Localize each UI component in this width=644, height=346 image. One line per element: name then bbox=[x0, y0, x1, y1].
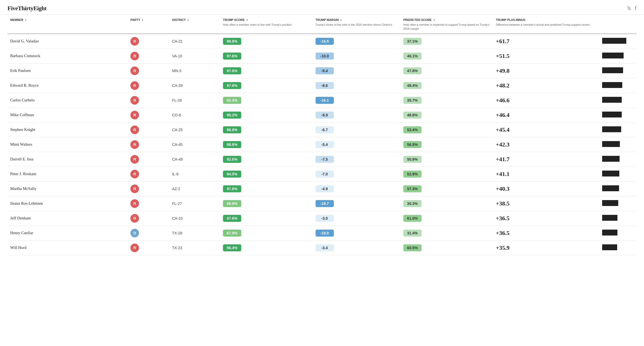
col-trump-score-sort: ⇕ bbox=[246, 19, 248, 21]
party-badge: R bbox=[130, 67, 139, 75]
table-header-row: MEMBER ⇕ PARTY ⇕ DISTRICT ⇕ TRUMP SCORE … bbox=[8, 15, 636, 34]
bar-cell bbox=[599, 93, 636, 108]
predicted-score-pill: 60.5% bbox=[403, 244, 422, 251]
predicted-score-cell: 61.0% bbox=[401, 211, 493, 226]
col-trump-score-label: TRUMP SCORE bbox=[223, 18, 245, 21]
trump-score-pill: 96.4% bbox=[223, 244, 241, 251]
district-cell: FL-27 bbox=[169, 196, 220, 211]
bar-cell bbox=[599, 240, 636, 255]
party-cell: R bbox=[128, 108, 169, 122]
district-cell: CO-6 bbox=[169, 108, 220, 122]
party-badge: R bbox=[130, 140, 139, 149]
predicted-score-pill: 47.8% bbox=[403, 67, 422, 74]
trump-score-cell: 97.6% bbox=[220, 211, 313, 226]
district-cell: IL-6 bbox=[169, 167, 220, 181]
predicted-score-pill: 46.1% bbox=[403, 53, 422, 60]
col-header-trump-score[interactable]: TRUMP SCORE ⇕ How often a member votes i… bbox=[220, 15, 313, 34]
trump-margin-cell: -7.5 bbox=[313, 152, 401, 167]
trump-score-pill: 67.9% bbox=[223, 230, 241, 237]
col-header-predicted-score[interactable]: PREDICTED SCORE ⇕ How often a member is … bbox=[401, 15, 493, 34]
party-badge: D bbox=[130, 229, 139, 237]
district-cell: VA-10 bbox=[169, 49, 220, 63]
party-badge: R bbox=[130, 199, 139, 208]
trump-plus-minus-cell: +51.5 bbox=[493, 49, 599, 63]
member-name: Peter J. Roskam bbox=[8, 167, 128, 181]
col-member-label: MEMBER bbox=[10, 18, 23, 21]
bar-rect bbox=[602, 244, 617, 250]
predicted-score-cell: 48.8% bbox=[401, 108, 493, 122]
trump-plus-minus-cell: +42.3 bbox=[493, 137, 599, 152]
bar-rect bbox=[602, 126, 621, 132]
trump-plus-minus-value: +51.5 bbox=[496, 53, 510, 59]
trump-margin-cell: -8.9 bbox=[313, 108, 401, 122]
trump-plus-minus-value: +49.8 bbox=[496, 67, 510, 74]
col-header-trump-margin[interactable]: TRUMP MARGIN ⇕ Trump's share of the vote… bbox=[313, 15, 401, 34]
bar-cell bbox=[599, 211, 636, 226]
trump-plus-minus-cell: +49.8 bbox=[493, 63, 599, 78]
member-name: Henry Cuellar bbox=[8, 226, 128, 240]
trump-margin-pill: -19.7 bbox=[316, 200, 334, 207]
trump-plus-minus-value: +48.2 bbox=[496, 82, 510, 89]
trump-margin-pill: -7.0 bbox=[316, 171, 334, 178]
party-cell: R bbox=[128, 78, 169, 93]
trump-score-cell: 98.8% bbox=[220, 34, 313, 49]
col-trump-pm-sort: ↑ bbox=[527, 19, 528, 21]
col-trump-margin-sub: Trump's share of the vote in the 2016 el… bbox=[316, 23, 398, 27]
party-cell: R bbox=[128, 167, 169, 181]
party-badge: R bbox=[130, 52, 139, 60]
col-predicted-score-sub: How often a member is expected to suppor… bbox=[403, 23, 491, 31]
col-header-member[interactable]: MEMBER ⇕ bbox=[8, 15, 128, 34]
trump-margin-cell: -6.7 bbox=[313, 122, 401, 137]
party-badge: R bbox=[130, 111, 139, 119]
bar-rect bbox=[602, 230, 617, 235]
trump-margin-pill: -15.5 bbox=[316, 38, 334, 45]
table-row: David G. ValadaoRCA-2198.8%-15.537.1%+61… bbox=[8, 34, 636, 49]
table-row: Mimi WaltersRCA-4598.8%-5.456.5%+42.3 bbox=[8, 137, 636, 152]
trump-plus-minus-cell: +46.4 bbox=[493, 108, 599, 122]
party-badge: R bbox=[130, 185, 139, 193]
trump-margin-pill: -5.4 bbox=[316, 141, 334, 148]
district-cell: AZ-2 bbox=[169, 181, 220, 196]
trump-score-pill: 97.6% bbox=[223, 185, 241, 192]
trump-score-pill: 98.8% bbox=[223, 141, 241, 148]
trump-margin-cell: -7.0 bbox=[313, 167, 401, 181]
col-header-trump-plus-minus[interactable]: TRUMP PLUS-MINUS ↑ Difference between a … bbox=[493, 15, 599, 34]
trump-score-cell: 98.8% bbox=[220, 137, 313, 152]
predicted-score-pill: 35.7% bbox=[403, 97, 422, 104]
facebook-icon[interactable]: f bbox=[635, 5, 636, 11]
predicted-score-cell: 30.3% bbox=[401, 196, 493, 211]
twitter-icon[interactable]: 𝕏 bbox=[627, 5, 631, 11]
bar-cell bbox=[599, 108, 636, 122]
bar-rect bbox=[602, 38, 626, 44]
trump-score-cell: 96.4% bbox=[220, 240, 313, 255]
col-trump-score-sub: How often a member votes in line with Tr… bbox=[223, 23, 310, 27]
trump-plus-minus-cell: +41.7 bbox=[493, 152, 599, 167]
col-header-district[interactable]: DISTRICT ⇕ bbox=[169, 15, 220, 34]
trump-plus-minus-value: +40.3 bbox=[496, 185, 510, 192]
trump-score-cell: 98.8% bbox=[220, 122, 313, 137]
predicted-score-pill: 37.1% bbox=[403, 38, 422, 45]
party-badge: R bbox=[130, 214, 139, 223]
trump-margin-pill: -4.9 bbox=[316, 185, 334, 192]
member-name: Edward R. Royce bbox=[8, 78, 128, 93]
col-district-label: DISTRICT bbox=[172, 18, 186, 21]
trump-plus-minus-cell: +48.2 bbox=[493, 78, 599, 93]
bar-cell bbox=[599, 181, 636, 196]
party-badge: R bbox=[130, 244, 139, 252]
trump-margin-pill: -3.0 bbox=[316, 215, 334, 222]
member-name: Martha McSally bbox=[8, 181, 128, 196]
trump-plus-minus-cell: +45.4 bbox=[493, 122, 599, 137]
trump-score-cell: 97.6% bbox=[220, 78, 313, 93]
trump-plus-minus-cell: +41.1 bbox=[493, 167, 599, 181]
predicted-score-pill: 50.9% bbox=[403, 156, 422, 163]
trump-plus-minus-value: +45.4 bbox=[496, 126, 510, 133]
trump-margin-cell: -19.7 bbox=[313, 196, 401, 211]
district-cell: FL-26 bbox=[169, 93, 220, 108]
col-header-party[interactable]: PARTY ⇕ bbox=[128, 15, 169, 34]
district-cell: MN-3 bbox=[169, 63, 220, 78]
trump-plus-minus-value: +36.5 bbox=[496, 215, 510, 222]
member-name: Ileana Ros-Lehtinen bbox=[8, 196, 128, 211]
trump-score-pill: 98.8% bbox=[223, 126, 241, 133]
bar-rect bbox=[602, 97, 622, 103]
bar-rect bbox=[602, 141, 620, 147]
